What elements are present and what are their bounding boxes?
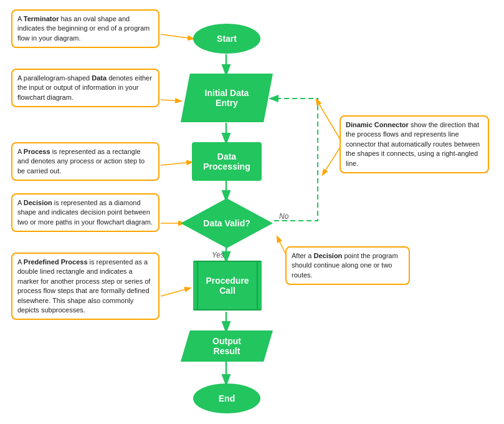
no-label: No — [279, 212, 288, 221]
data-valid-shape: Data Valid? — [181, 198, 273, 248]
procedure-call-shape: Procedure Call — [193, 261, 262, 311]
annotation-terminator: A Terminator has an oval shape and indic… — [11, 9, 159, 48]
initial-data-entry-shape: Initial Data Entry — [181, 74, 273, 122]
output-result-shape: Output Result — [181, 330, 273, 362]
svg-line-6 — [161, 34, 193, 39]
start-shape: Start — [193, 24, 260, 54]
annotation-decision: A Decision is represented as a diamond s… — [11, 193, 159, 232]
svg-line-8 — [161, 162, 192, 165]
annotation-process: A Process is represented as a rectangle … — [11, 142, 159, 181]
data-processing-shape: Data Processing — [192, 142, 262, 181]
annotation-data: A parallelogram-shaped Data denotes eith… — [11, 69, 159, 107]
yes-label: Yes — [212, 251, 224, 259]
svg-line-7 — [161, 100, 181, 101]
svg-line-12 — [316, 100, 343, 143]
svg-line-10 — [161, 288, 190, 296]
flowchart-container: A Terminator has an oval shape and indic… — [0, 0, 504, 424]
annotation-dynamic-connector: Dinamic Connector show the direction tha… — [340, 115, 489, 173]
annotation-decision-note: After a Decision point the program shoul… — [285, 246, 410, 285]
end-shape: End — [193, 383, 260, 413]
annotation-predefined: A Predefined Process is represented as a… — [11, 253, 159, 320]
